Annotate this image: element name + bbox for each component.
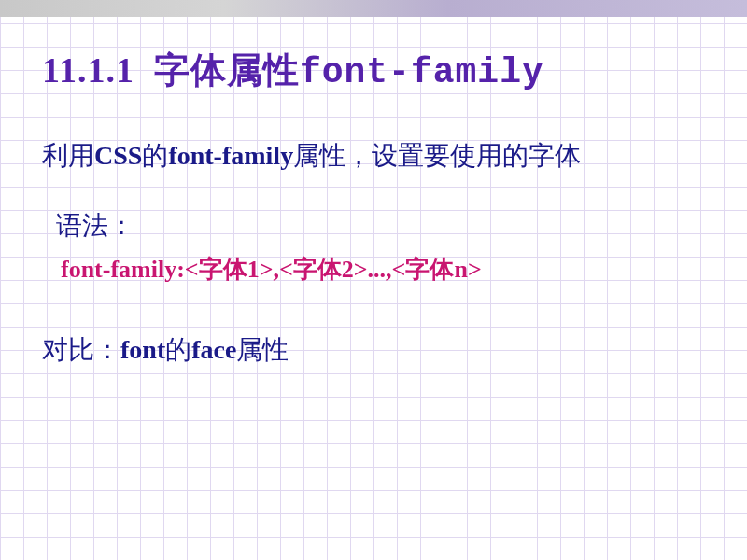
syntax-code: font-family:<字体1>,<字体2>...,<字体n> (61, 253, 705, 286)
intro-part1: 利用 (42, 141, 94, 170)
intro-part2: 的 (142, 141, 168, 170)
intro-text: 利用CSS的font-family属性，设置要使用的字体 (42, 136, 705, 175)
intro-part3: 属性，设置要使用的字体 (293, 141, 581, 170)
title-number: 11.1.1 (42, 50, 134, 90)
compare-suffix: 属性 (236, 335, 289, 364)
title-code: font-family (300, 52, 544, 92)
slide-title: 11.1.1 字体属性font-family (42, 47, 705, 94)
syntax-label: 语法： (56, 208, 705, 244)
compare-text: 对比：font的face属性 (42, 332, 705, 368)
compare-mid: 的 (165, 335, 191, 364)
intro-css: CSS (94, 141, 142, 170)
intro-prop: font-family (168, 141, 293, 170)
compare-label: 对比： (42, 335, 120, 364)
compare-font: font (120, 335, 165, 364)
slide-content: 11.1.1 字体属性font-family 利用CSS的font-family… (0, 0, 747, 368)
title-text-cn: 字体属性 (154, 50, 300, 90)
compare-face: face (191, 335, 236, 364)
